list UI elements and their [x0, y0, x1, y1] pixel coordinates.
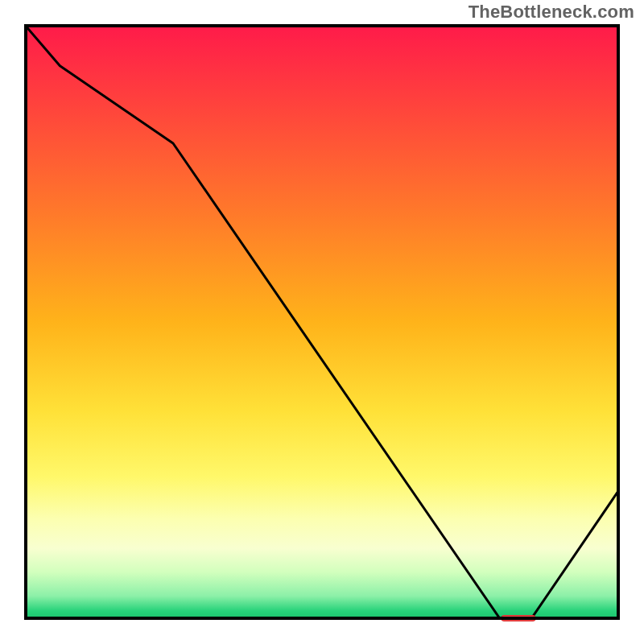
bottleneck-curve: [24, 24, 620, 620]
plot-area: [24, 24, 620, 620]
watermark-text: TheBottleneck.com: [469, 2, 634, 23]
optimal-range-marker: [501, 615, 536, 621]
figure-container: TheBottleneck.com: [0, 0, 644, 644]
